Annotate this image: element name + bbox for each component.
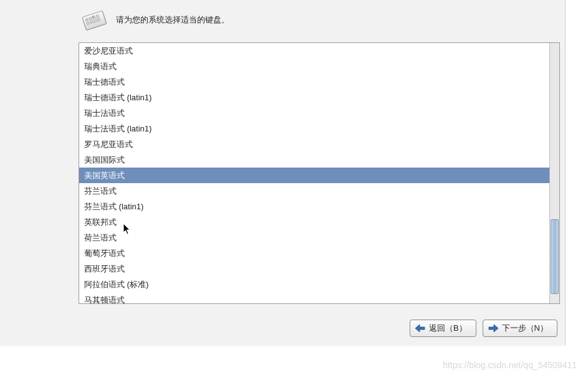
list-item[interactable]: 阿拉伯语式 (标准): [79, 277, 549, 292]
svg-rect-5: [87, 22, 90, 25]
svg-rect-4: [96, 15, 99, 18]
next-button[interactable]: 下一步（N）: [483, 320, 557, 337]
list-item[interactable]: 美国国际式: [79, 152, 549, 168]
list-item[interactable]: 西班牙语式: [79, 261, 549, 277]
svg-rect-2: [89, 17, 92, 20]
bottom-area: https://blog.csdn.net/qq_54509411: [0, 346, 588, 375]
scrollbar[interactable]: [549, 43, 559, 303]
keyboard-icon: F: [80, 7, 108, 32]
list-item[interactable]: 瑞士法语式: [79, 105, 549, 121]
arrow-left-icon: [414, 323, 427, 334]
list-item[interactable]: 荷兰语式: [79, 230, 549, 245]
keyboard-list-wrapper: 爱沙尼亚语式瑞典语式瑞士德语式瑞士德语式 (latin1)瑞士法语式瑞士法语式 …: [79, 42, 560, 304]
header: F 请为您的系统选择适当的键盘。: [0, 0, 565, 37]
list-item[interactable]: 瑞士德语式 (latin1): [79, 90, 549, 105]
back-button[interactable]: 返回（B）: [410, 320, 476, 337]
next-label: 下一步（N）: [502, 323, 548, 334]
list-item[interactable]: 英联邦式: [79, 214, 549, 230]
list-item[interactable]: 葡萄牙语式: [79, 245, 549, 261]
svg-rect-1: [85, 18, 89, 21]
nav-button-row: 返回（B） 下一步（N）: [410, 320, 557, 337]
keyboard-list[interactable]: 爱沙尼亚语式瑞典语式瑞士德语式瑞士德语式 (latin1)瑞士法语式瑞士法语式 …: [79, 43, 549, 303]
header-prompt: 请为您的系统选择适当的键盘。: [116, 14, 229, 26]
list-item[interactable]: 美国英语式: [79, 168, 549, 183]
scrollbar-thumb[interactable]: [551, 219, 559, 294]
arrow-right-icon: [487, 323, 499, 334]
list-item[interactable]: 瑞典语式: [79, 59, 549, 74]
list-item[interactable]: 芬兰语式: [79, 183, 549, 199]
list-item[interactable]: 马其顿语式: [79, 292, 549, 303]
main-panel: F 请为您的系统选择适当的键盘。 爱沙尼亚语式瑞典语式瑞士德语式瑞士德语式 (l…: [0, 0, 566, 346]
list-item[interactable]: 瑞士德语式: [79, 74, 549, 90]
list-item[interactable]: 爱沙尼亚语式: [79, 43, 549, 59]
back-label: 返回（B）: [429, 323, 467, 334]
list-item[interactable]: 芬兰语式 (latin1): [79, 199, 549, 214]
watermark: https://blog.csdn.net/qq_54509411: [443, 360, 577, 370]
list-item[interactable]: 罗马尼亚语式: [79, 136, 549, 152]
list-item[interactable]: 瑞士法语式 (latin1): [79, 121, 549, 136]
